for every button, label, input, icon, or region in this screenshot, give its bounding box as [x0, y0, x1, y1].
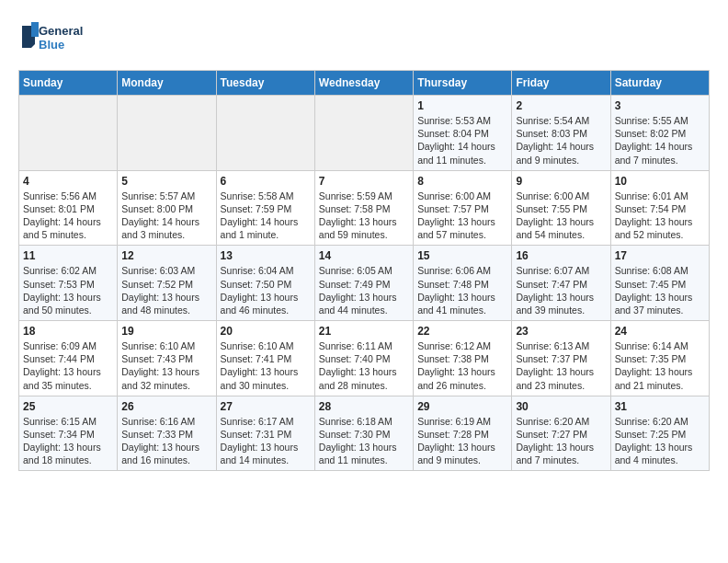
svg-text:General: General [39, 24, 83, 38]
calendar-cell: 13Sunrise: 6:04 AMSunset: 7:50 PMDayligh… [216, 246, 314, 321]
day-info: Sunrise: 6:10 AMSunset: 7:41 PMDaylight:… [221, 339, 311, 392]
calendar-cell [19, 96, 118, 171]
calendar-cell: 15Sunrise: 6:06 AMSunset: 7:48 PMDayligh… [414, 246, 512, 321]
day-info: Sunrise: 6:04 AMSunset: 7:50 PMDaylight:… [221, 264, 311, 316]
day-info: Sunrise: 6:14 AMSunset: 7:35 PMDaylight:… [615, 339, 705, 392]
day-info: Sunrise: 6:12 AMSunset: 7:38 PMDaylight:… [417, 339, 507, 392]
day-number: 14 [319, 249, 409, 262]
day-info: Sunrise: 5:59 AMSunset: 7:58 PMDaylight:… [319, 190, 409, 242]
calendar-cell: 16Sunrise: 6:07 AMSunset: 7:47 PMDayligh… [512, 246, 610, 321]
day-number: 13 [221, 249, 311, 262]
day-number: 17 [615, 249, 705, 262]
calendar-cell: 22Sunrise: 6:12 AMSunset: 7:38 PMDayligh… [414, 321, 512, 396]
day-info: Sunrise: 6:15 AMSunset: 7:34 PMDaylight:… [23, 415, 113, 467]
day-info: Sunrise: 6:03 AMSunset: 7:52 PMDaylight:… [121, 264, 211, 316]
calendar-cell: 29Sunrise: 6:19 AMSunset: 7:28 PMDayligh… [414, 396, 512, 471]
day-info: Sunrise: 6:07 AMSunset: 7:47 PMDaylight:… [516, 264, 606, 316]
calendar-cell: 20Sunrise: 6:10 AMSunset: 7:41 PMDayligh… [216, 321, 314, 396]
calendar-cell: 10Sunrise: 6:01 AMSunset: 7:54 PMDayligh… [610, 170, 709, 246]
calendar-cell: 5Sunrise: 5:57 AMSunset: 8:00 PMDaylight… [118, 170, 216, 246]
calendar-header-tuesday: Tuesday [216, 71, 314, 96]
day-number: 9 [516, 175, 606, 188]
calendar-cell [314, 96, 413, 171]
day-info: Sunrise: 6:00 AMSunset: 7:57 PMDaylight:… [417, 190, 507, 242]
calendar-cell: 11Sunrise: 6:02 AMSunset: 7:53 PMDayligh… [19, 246, 118, 321]
day-number: 3 [615, 99, 705, 112]
calendar-header-saturday: Saturday [610, 71, 709, 96]
calendar-cell: 26Sunrise: 6:16 AMSunset: 7:33 PMDayligh… [118, 396, 216, 471]
day-info: Sunrise: 6:20 AMSunset: 7:25 PMDaylight:… [615, 415, 705, 467]
calendar-cell: 30Sunrise: 6:20 AMSunset: 7:27 PMDayligh… [512, 396, 610, 471]
day-number: 10 [615, 175, 705, 188]
calendar-cell: 18Sunrise: 6:09 AMSunset: 7:44 PMDayligh… [19, 321, 118, 396]
calendar-table: SundayMondayTuesdayWednesdayThursdayFrid… [18, 70, 710, 471]
day-info: Sunrise: 5:55 AMSunset: 8:02 PMDaylight:… [615, 114, 705, 167]
day-info: Sunrise: 6:18 AMSunset: 7:30 PMDaylight:… [319, 415, 409, 467]
day-info: Sunrise: 5:57 AMSunset: 8:00 PMDaylight:… [121, 190, 211, 242]
calendar-header-sunday: Sunday [19, 71, 118, 96]
calendar-week-2: 4Sunrise: 5:56 AMSunset: 8:01 PMDaylight… [19, 170, 710, 246]
logo: General Blue [18, 18, 92, 55]
calendar-cell: 3Sunrise: 5:55 AMSunset: 8:02 PMDaylight… [610, 96, 709, 171]
day-number: 12 [121, 249, 211, 262]
calendar-cell [118, 96, 216, 171]
day-number: 1 [417, 99, 507, 112]
calendar-cell: 27Sunrise: 6:17 AMSunset: 7:31 PMDayligh… [216, 396, 314, 471]
calendar-cell: 19Sunrise: 6:10 AMSunset: 7:43 PMDayligh… [118, 321, 216, 396]
logo-svg: General Blue [18, 18, 92, 55]
day-number: 11 [23, 249, 113, 262]
calendar-cell: 9Sunrise: 6:00 AMSunset: 7:55 PMDaylight… [512, 170, 610, 246]
calendar-cell: 8Sunrise: 6:00 AMSunset: 7:57 PMDaylight… [414, 170, 512, 246]
page-header: General Blue [18, 18, 710, 55]
calendar-cell: 4Sunrise: 5:56 AMSunset: 8:01 PMDaylight… [19, 170, 118, 246]
day-number: 27 [221, 400, 311, 413]
day-number: 21 [319, 325, 409, 338]
calendar-header-thursday: Thursday [414, 71, 512, 96]
day-number: 30 [516, 400, 606, 413]
day-number: 24 [615, 325, 705, 338]
day-number: 28 [319, 400, 409, 413]
day-number: 23 [516, 325, 606, 338]
day-number: 18 [23, 325, 113, 338]
day-info: Sunrise: 6:10 AMSunset: 7:43 PMDaylight:… [121, 339, 211, 392]
day-info: Sunrise: 6:02 AMSunset: 7:53 PMDaylight:… [23, 264, 113, 316]
day-info: Sunrise: 6:16 AMSunset: 7:33 PMDaylight:… [121, 415, 211, 467]
day-info: Sunrise: 6:19 AMSunset: 7:28 PMDaylight:… [417, 415, 507, 467]
calendar-cell: 14Sunrise: 6:05 AMSunset: 7:49 PMDayligh… [314, 246, 413, 321]
calendar-header-friday: Friday [512, 71, 610, 96]
day-number: 7 [319, 175, 409, 188]
day-info: Sunrise: 6:00 AMSunset: 7:55 PMDaylight:… [516, 190, 606, 242]
day-number: 22 [417, 325, 507, 338]
day-number: 25 [23, 400, 113, 413]
calendar-cell: 24Sunrise: 6:14 AMSunset: 7:35 PMDayligh… [610, 321, 709, 396]
day-info: Sunrise: 5:54 AMSunset: 8:03 PMDaylight:… [516, 114, 606, 167]
day-number: 8 [417, 175, 507, 188]
day-number: 16 [516, 249, 606, 262]
day-info: Sunrise: 6:08 AMSunset: 7:45 PMDaylight:… [615, 264, 705, 316]
day-number: 29 [417, 400, 507, 413]
calendar-week-3: 11Sunrise: 6:02 AMSunset: 7:53 PMDayligh… [19, 246, 710, 321]
calendar-header-monday: Monday [118, 71, 216, 96]
day-info: Sunrise: 6:17 AMSunset: 7:31 PMDaylight:… [221, 415, 311, 467]
day-number: 2 [516, 99, 606, 112]
calendar-week-4: 18Sunrise: 6:09 AMSunset: 7:44 PMDayligh… [19, 321, 710, 396]
day-number: 5 [121, 175, 211, 188]
calendar-cell: 6Sunrise: 5:58 AMSunset: 7:59 PMDaylight… [216, 170, 314, 246]
calendar-cell: 7Sunrise: 5:59 AMSunset: 7:58 PMDaylight… [314, 170, 413, 246]
day-number: 20 [221, 325, 311, 338]
day-info: Sunrise: 5:53 AMSunset: 8:04 PMDaylight:… [417, 114, 507, 167]
day-info: Sunrise: 6:05 AMSunset: 7:49 PMDaylight:… [319, 264, 409, 316]
day-info: Sunrise: 5:56 AMSunset: 8:01 PMDaylight:… [23, 190, 113, 242]
day-info: Sunrise: 6:11 AMSunset: 7:40 PMDaylight:… [319, 339, 409, 392]
day-number: 19 [121, 325, 211, 338]
calendar-header-wednesday: Wednesday [314, 71, 413, 96]
calendar-cell: 1Sunrise: 5:53 AMSunset: 8:04 PMDaylight… [414, 96, 512, 171]
day-number: 4 [23, 175, 113, 188]
calendar-cell: 2Sunrise: 5:54 AMSunset: 8:03 PMDaylight… [512, 96, 610, 171]
day-info: Sunrise: 6:20 AMSunset: 7:27 PMDaylight:… [516, 415, 606, 467]
calendar-cell: 25Sunrise: 6:15 AMSunset: 7:34 PMDayligh… [19, 396, 118, 471]
day-number: 26 [121, 400, 211, 413]
calendar-body: 1Sunrise: 5:53 AMSunset: 8:04 PMDaylight… [19, 96, 710, 471]
calendar-cell: 12Sunrise: 6:03 AMSunset: 7:52 PMDayligh… [118, 246, 216, 321]
calendar-header: SundayMondayTuesdayWednesdayThursdayFrid… [19, 71, 710, 96]
